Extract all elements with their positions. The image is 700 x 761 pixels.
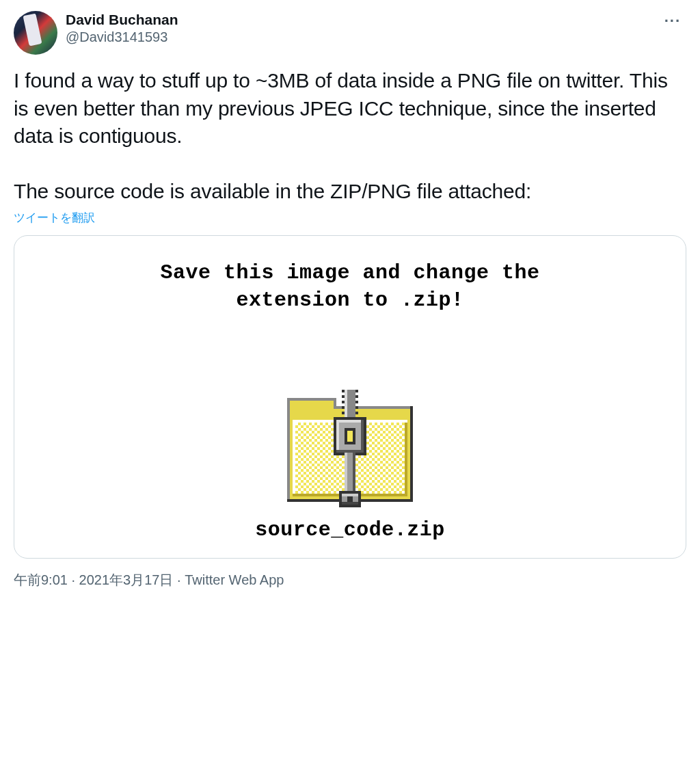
svg-rect-32 [336,420,339,453]
meta-separator: · [173,572,185,587]
svg-rect-14 [405,423,407,496]
svg-rect-23 [355,401,358,403]
svg-rect-3 [287,398,290,502]
avatar[interactable] [14,11,57,55]
svg-rect-19 [355,390,358,392]
svg-rect-24 [342,406,345,409]
tweet-time[interactable]: 午前9:01 [14,572,68,587]
svg-rect-37 [364,417,366,455]
svg-rect-49 [339,491,342,507]
svg-rect-20 [342,395,345,398]
svg-rect-13 [293,420,295,496]
svg-rect-18 [342,390,345,392]
svg-rect-40 [347,431,353,442]
svg-rect-22 [342,401,345,403]
zip-folder-icon [284,390,416,510]
svg-rect-48 [339,505,361,507]
svg-rect-47 [339,491,361,494]
tweet-text: I found a way to stuff up to ~3MB of dat… [14,67,686,206]
svg-rect-43 [353,453,355,496]
svg-rect-35 [334,417,366,420]
svg-rect-46 [342,502,358,505]
image-filename-text: source_code.zip [255,518,445,542]
svg-rect-45 [342,494,358,496]
svg-rect-25 [355,406,358,409]
svg-rect-21 [355,395,358,398]
more-button[interactable]: ··· [659,11,686,31]
svg-rect-27 [355,412,358,414]
user-handle: @David3141593 [66,28,651,46]
meta-separator: · [68,572,79,587]
svg-rect-2 [287,398,336,401]
svg-rect-31 [336,420,364,423]
svg-rect-33 [361,420,364,453]
tweet-header: David Buchanan @David3141593 ··· [14,11,686,55]
svg-rect-36 [334,417,336,455]
tweet-date[interactable]: 2021年3月17日 [79,572,174,587]
tweet-meta: 午前9:01 · 2021年3月17日 · Twitter Web App [14,571,686,589]
svg-rect-50 [358,491,361,507]
zip-file-graphic: source_code.zip [35,390,665,542]
image-instruction-text: Save this image and change the extension… [35,259,665,315]
attached-image[interactable]: Save this image and change the extension… [14,235,686,559]
tweet: David Buchanan @David3141593 ··· I found… [14,11,686,589]
svg-rect-6 [410,406,413,502]
svg-rect-26 [342,412,345,414]
user-info[interactable]: David Buchanan @David3141593 [66,11,651,46]
svg-rect-34 [336,450,364,453]
translate-link[interactable]: ツイートを翻訳 [14,210,95,226]
svg-rect-42 [345,453,347,496]
display-name: David Buchanan [66,11,651,28]
tweet-source[interactable]: Twitter Web App [185,572,284,587]
svg-rect-51 [347,496,353,502]
svg-rect-1 [290,401,334,412]
